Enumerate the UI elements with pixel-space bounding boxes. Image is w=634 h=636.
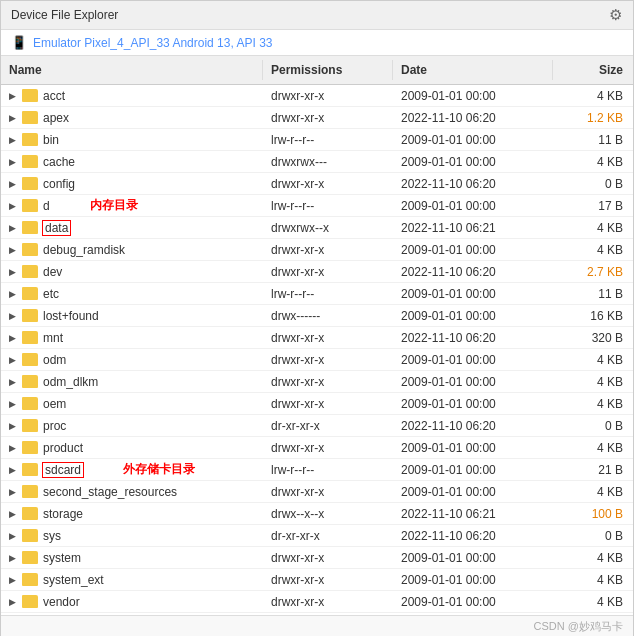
table-row[interactable]: ▶etclrw-r--r--2009-01-01 00:0011 B bbox=[1, 283, 633, 305]
expand-arrow-icon[interactable]: ▶ bbox=[5, 463, 19, 477]
phone-icon: 📱 bbox=[11, 35, 27, 50]
col-date[interactable]: Date bbox=[393, 60, 553, 80]
expand-arrow-icon[interactable]: ▶ bbox=[5, 221, 19, 235]
col-size[interactable]: Size bbox=[553, 60, 633, 80]
date-cell: 2009-01-01 00:00 bbox=[393, 549, 553, 567]
size-cell: 0 B bbox=[553, 527, 633, 545]
table-row[interactable]: ▶acctdrwxr-xr-x2009-01-01 00:004 KB bbox=[1, 85, 633, 107]
permissions-cell: drwxr-xr-x bbox=[263, 263, 393, 281]
file-name-text: config bbox=[43, 177, 75, 191]
gear-icon[interactable]: ⚙ bbox=[607, 7, 623, 23]
col-name[interactable]: Name bbox=[1, 60, 263, 80]
table-row[interactable]: ▶vendor_dlkmdrwxr-xr-x2009-01-01 00:004 … bbox=[1, 613, 633, 615]
expand-arrow-icon[interactable]: ▶ bbox=[5, 177, 19, 191]
device-label: Emulator Pixel_4_API_33 Android 13, API … bbox=[33, 36, 273, 50]
file-list: ▶acctdrwxr-xr-x2009-01-01 00:004 KB▶apex… bbox=[1, 85, 633, 615]
table-row[interactable]: ▶datadrwxrwx--x2022-11-10 06:214 KB bbox=[1, 217, 633, 239]
expand-arrow-icon[interactable]: ▶ bbox=[5, 419, 19, 433]
table-row[interactable]: ▶lost+founddrwx------2009-01-01 00:0016 … bbox=[1, 305, 633, 327]
expand-arrow-icon[interactable]: ▶ bbox=[5, 199, 19, 213]
file-name-cell: ▶config bbox=[1, 175, 263, 193]
folder-icon bbox=[22, 595, 38, 608]
file-name-text: sys bbox=[43, 529, 61, 543]
table-row[interactable]: ▶mntdrwxr-xr-x2022-11-10 06:20320 B bbox=[1, 327, 633, 349]
expand-arrow-icon[interactable]: ▶ bbox=[5, 331, 19, 345]
expand-arrow-icon[interactable]: ▶ bbox=[5, 265, 19, 279]
file-name-cell: ▶storage bbox=[1, 505, 263, 523]
size-cell: 4 KB bbox=[553, 395, 633, 413]
expand-arrow-icon[interactable]: ▶ bbox=[5, 441, 19, 455]
folder-icon bbox=[22, 441, 38, 454]
permissions-cell: drwx------ bbox=[263, 307, 393, 325]
file-name-text: etc bbox=[43, 287, 59, 301]
file-name-text: oem bbox=[43, 397, 66, 411]
size-cell: 4 KB bbox=[553, 153, 633, 171]
col-permissions[interactable]: Permissions bbox=[263, 60, 393, 80]
date-cell: 2022-11-10 06:20 bbox=[393, 109, 553, 127]
window-title: Device File Explorer bbox=[11, 8, 118, 22]
table-row[interactable]: ▶configdrwxr-xr-x2022-11-10 06:200 B bbox=[1, 173, 633, 195]
folder-icon bbox=[22, 551, 38, 564]
table-row[interactable]: ▶cachedrwxrwx---2009-01-01 00:004 KB bbox=[1, 151, 633, 173]
table-row[interactable]: ▶sdcard外存储卡目录lrw-r--r--2009-01-01 00:002… bbox=[1, 459, 633, 481]
date-cell: 2009-01-01 00:00 bbox=[393, 197, 553, 215]
table-row[interactable]: ▶d内存目录lrw-r--r--2009-01-01 00:0017 B bbox=[1, 195, 633, 217]
file-name-cell: ▶mnt bbox=[1, 329, 263, 347]
file-name-text: cache bbox=[43, 155, 75, 169]
permissions-cell: drwx--x--x bbox=[263, 505, 393, 523]
table-row[interactable]: ▶odmdrwxr-xr-x2009-01-01 00:004 KB bbox=[1, 349, 633, 371]
file-name-cell: ▶second_stage_resources bbox=[1, 483, 263, 501]
expand-arrow-icon[interactable]: ▶ bbox=[5, 111, 19, 125]
expand-arrow-icon[interactable]: ▶ bbox=[5, 309, 19, 323]
expand-arrow-icon[interactable]: ▶ bbox=[5, 507, 19, 521]
table-row[interactable]: ▶vendordrwxr-xr-x2009-01-01 00:004 KB bbox=[1, 591, 633, 613]
expand-arrow-icon[interactable]: ▶ bbox=[5, 397, 19, 411]
expand-arrow-icon[interactable]: ▶ bbox=[5, 155, 19, 169]
permissions-cell: drwxr-xr-x bbox=[263, 593, 393, 611]
size-cell: 100 B bbox=[553, 505, 633, 523]
expand-arrow-icon[interactable]: ▶ bbox=[5, 551, 19, 565]
file-name-cell: ▶dev bbox=[1, 263, 263, 281]
expand-arrow-icon[interactable]: ▶ bbox=[5, 529, 19, 543]
date-cell: 2009-01-01 00:00 bbox=[393, 395, 553, 413]
expand-arrow-icon[interactable]: ▶ bbox=[5, 375, 19, 389]
folder-icon bbox=[22, 221, 38, 234]
table-row[interactable]: ▶system_extdrwxr-xr-x2009-01-01 00:004 K… bbox=[1, 569, 633, 591]
permissions-cell: drwxr-xr-x bbox=[263, 109, 393, 127]
title-bar-actions: ⚙ bbox=[607, 7, 623, 23]
expand-arrow-icon[interactable]: ▶ bbox=[5, 89, 19, 103]
table-row[interactable]: ▶binlrw-r--r--2009-01-01 00:0011 B bbox=[1, 129, 633, 151]
expand-arrow-icon[interactable]: ▶ bbox=[5, 353, 19, 367]
expand-arrow-icon[interactable]: ▶ bbox=[5, 133, 19, 147]
size-cell: 320 B bbox=[553, 329, 633, 347]
table-row[interactable]: ▶sysdr-xr-xr-x2022-11-10 06:200 B bbox=[1, 525, 633, 547]
file-name-cell: ▶etc bbox=[1, 285, 263, 303]
table-row[interactable]: ▶productdrwxr-xr-x2009-01-01 00:004 KB bbox=[1, 437, 633, 459]
permissions-cell: drwxr-xr-x bbox=[263, 395, 393, 413]
table-row[interactable]: ▶second_stage_resourcesdrwxr-xr-x2009-01… bbox=[1, 481, 633, 503]
table-row[interactable]: ▶oemdrwxr-xr-x2009-01-01 00:004 KB bbox=[1, 393, 633, 415]
expand-arrow-icon[interactable]: ▶ bbox=[5, 243, 19, 257]
file-name-cell: ▶vendor bbox=[1, 593, 263, 611]
expand-arrow-icon[interactable]: ▶ bbox=[5, 595, 19, 609]
table-row[interactable]: ▶storagedrwx--x--x2022-11-10 06:21100 B bbox=[1, 503, 633, 525]
size-cell: 1.2 KB bbox=[553, 109, 633, 127]
date-cell: 2009-01-01 00:00 bbox=[393, 285, 553, 303]
table-row[interactable]: ▶devdrwxr-xr-x2022-11-10 06:202.7 KB bbox=[1, 261, 633, 283]
expand-arrow-icon[interactable]: ▶ bbox=[5, 573, 19, 587]
expand-arrow-icon[interactable]: ▶ bbox=[5, 287, 19, 301]
file-name-text: storage bbox=[43, 507, 83, 521]
file-name-cell: ▶debug_ramdisk bbox=[1, 241, 263, 259]
size-cell: 2.7 KB bbox=[553, 263, 633, 281]
folder-icon bbox=[22, 287, 38, 300]
table-row[interactable]: ▶odm_dlkmdrwxr-xr-x2009-01-01 00:004 KB bbox=[1, 371, 633, 393]
table-row[interactable]: ▶systemdrwxr-xr-x2009-01-01 00:004 KB bbox=[1, 547, 633, 569]
table-row[interactable]: ▶debug_ramdiskdrwxr-xr-x2009-01-01 00:00… bbox=[1, 239, 633, 261]
watermark: CSDN @妙鸡马卡 bbox=[534, 619, 623, 634]
table-row[interactable]: ▶procdr-xr-xr-x2022-11-10 06:200 B bbox=[1, 415, 633, 437]
table-row[interactable]: ▶apexdrwxr-xr-x2022-11-10 06:201.2 KB bbox=[1, 107, 633, 129]
expand-arrow-icon[interactable]: ▶ bbox=[5, 485, 19, 499]
file-name-text: d bbox=[43, 199, 50, 213]
date-cell: 2009-01-01 00:00 bbox=[393, 351, 553, 369]
date-cell: 2009-01-01 00:00 bbox=[393, 153, 553, 171]
